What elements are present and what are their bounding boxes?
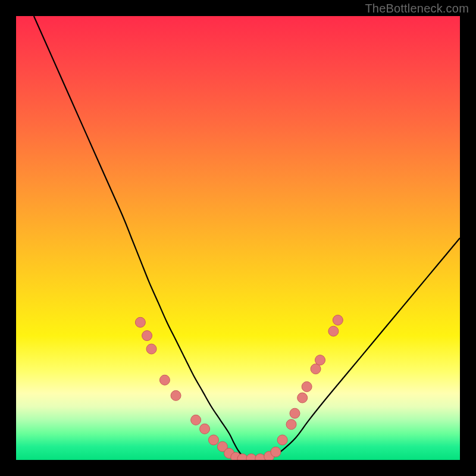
chart-frame: TheBottleneck.com bbox=[0, 0, 476, 476]
plot-area bbox=[16, 16, 460, 460]
data-marker bbox=[142, 331, 152, 341]
data-marker bbox=[290, 408, 300, 418]
data-marker bbox=[135, 317, 145, 327]
data-marker bbox=[311, 364, 321, 374]
data-marker bbox=[200, 424, 210, 434]
data-marker bbox=[271, 447, 281, 457]
data-marker bbox=[298, 393, 308, 403]
data-marker bbox=[302, 381, 312, 392]
data-marker bbox=[246, 454, 256, 460]
watermark-text: TheBottleneck.com bbox=[365, 2, 469, 15]
data-marker bbox=[171, 390, 181, 400]
data-marker bbox=[191, 415, 201, 425]
marker-layer bbox=[135, 315, 343, 460]
data-marker bbox=[237, 454, 248, 460]
data-marker bbox=[328, 326, 339, 336]
data-marker bbox=[264, 452, 274, 460]
data-marker bbox=[277, 435, 287, 445]
data-marker bbox=[159, 375, 170, 385]
bottleneck-curve bbox=[16, 16, 460, 460]
data-marker bbox=[224, 448, 234, 458]
curve-path bbox=[34, 16, 460, 459]
data-marker bbox=[286, 419, 296, 430]
data-marker bbox=[217, 441, 227, 452]
data-marker bbox=[333, 315, 343, 325]
data-marker bbox=[255, 454, 265, 460]
data-marker bbox=[315, 355, 325, 365]
data-marker bbox=[208, 435, 218, 445]
data-marker bbox=[146, 344, 156, 354]
data-marker bbox=[231, 452, 241, 460]
